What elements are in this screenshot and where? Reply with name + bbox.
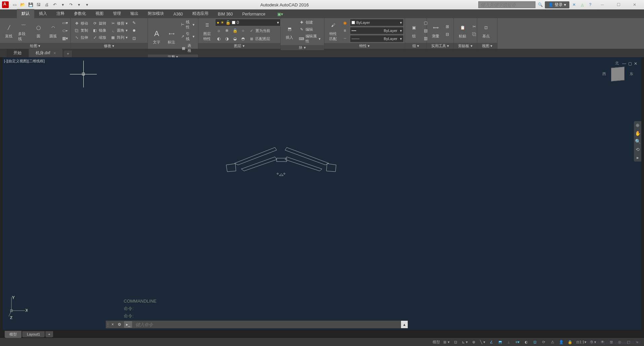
util2-icon[interactable]: ⊟ — [444, 31, 451, 38]
ortho-icon[interactable]: ⊾ ▾ — [460, 339, 469, 345]
fillet-button[interactable]: ◟圆角 ▾ — [109, 27, 129, 34]
copy-button[interactable]: ⿻复制 — [73, 27, 89, 34]
stretch-button[interactable]: ⤡拉伸 — [73, 34, 89, 41]
lt-icon[interactable]: ┈ — [341, 35, 349, 42]
base-button[interactable]: ⊡基点 — [479, 22, 493, 39]
tab-view[interactable]: 视图 — [91, 9, 108, 18]
saveas-icon[interactable]: 🖫 — [35, 1, 42, 8]
command-input[interactable] — [133, 322, 401, 327]
tab-file[interactable]: 机身.dxf × — [29, 49, 63, 57]
new-icon[interactable]: ▭ — [11, 1, 18, 8]
redo-dropdown-icon[interactable]: ▾ — [75, 1, 83, 8]
undo-icon[interactable]: ↶ — [51, 1, 58, 8]
ellipse-icon[interactable]: ⬭▾ — [61, 27, 69, 34]
rect-icon[interactable]: ▭▾ — [61, 19, 69, 27]
explode-icon[interactable]: ✹ — [130, 27, 138, 34]
panel-utilities-title[interactable]: 实用工具 ▾ — [427, 43, 453, 49]
polyline-button[interactable]: 〰多段线 — [17, 19, 30, 42]
trim-button[interactable]: ✂修剪 ▾ — [109, 20, 129, 27]
array-button[interactable]: ▦阵列 ▾ — [109, 34, 129, 41]
layerprops-button[interactable]: ☰图层 特性 — [200, 19, 214, 42]
cmdline-close-icon[interactable]: × — [109, 322, 116, 327]
move-button[interactable]: ✥移动 — [73, 20, 89, 27]
scale-button[interactable]: ⤢缩放 — [91, 34, 108, 41]
panel-properties-title[interactable]: 特性 ▾ — [324, 43, 405, 49]
layeroff-icon[interactable]: ○ — [239, 27, 247, 34]
minimize-button[interactable]: ─ — [595, 0, 610, 9]
hatch-icon[interactable]: ▦▾ — [61, 35, 69, 42]
ucs-icon[interactable]: Y X Z — [7, 296, 28, 320]
open-icon[interactable]: 📂 — [19, 1, 26, 8]
tab-model[interactable]: 模型 — [5, 331, 22, 338]
annoscale-icon[interactable]: ⚖ 1:1 ▾ — [575, 339, 588, 345]
text-button[interactable]: A文字 — [150, 28, 163, 45]
new-tab-button[interactable]: + — [64, 50, 72, 57]
layeriso-icon[interactable]: ☼ — [215, 27, 223, 34]
print-icon[interactable]: 🖨 — [43, 1, 50, 8]
sc-icon[interactable]: ⊡ — [531, 339, 539, 345]
osnap-icon[interactable]: ∠ — [487, 339, 495, 345]
rotate-button[interactable]: ⟳旋转 — [91, 20, 108, 27]
tab-a360[interactable]: A360 — [169, 10, 188, 18]
tab-performance[interactable]: Performance — [238, 10, 270, 18]
add-layout-button[interactable]: + — [45, 331, 53, 337]
layer2-icon[interactable]: ◑ — [223, 35, 231, 42]
search-icon[interactable]: 🔍 — [537, 1, 544, 8]
tab-insert[interactable]: 插入 — [34, 9, 52, 18]
otrack-icon[interactable]: ⟂ — [505, 339, 513, 345]
3dosnap-icon[interactable]: ⬒ — [496, 339, 504, 345]
color-dropdown[interactable]: ByLayer▾ — [350, 19, 404, 26]
annomonitor-icon[interactable]: ⚠ — [549, 339, 557, 345]
panel-block-title[interactable]: 块 ▾ — [281, 45, 324, 50]
close-button[interactable]: ✕ — [627, 0, 642, 9]
isodraft-icon[interactable]: ╲ ▾ — [479, 339, 487, 345]
pan-icon[interactable]: ✋ — [635, 131, 641, 136]
orbit-icon[interactable]: ⟲ — [636, 147, 640, 152]
cmdline-handle[interactable]: ⋮ — [106, 322, 109, 327]
close-tab-icon[interactable]: × — [53, 51, 56, 56]
polar-icon[interactable]: ⊕ — [470, 339, 478, 345]
panel-modify-title[interactable]: 修改 ▾ — [71, 43, 148, 49]
layerfreeze-icon[interactable]: ❄ — [223, 27, 231, 34]
exchange-icon[interactable]: ✕ — [571, 1, 577, 8]
autocad-logo[interactable] — [2, 1, 9, 8]
circle-button[interactable]: ◯圆 — [32, 22, 45, 39]
line-button[interactable]: ╱直线 — [2, 22, 15, 39]
fullnav-icon[interactable]: ⊕ — [636, 123, 640, 128]
lwt-icon[interactable]: ≡▾ — [514, 339, 522, 345]
layer-dropdown[interactable]: ● ☀ 🔓 0 ▾ — [215, 19, 281, 26]
cmdline-options-icon[interactable]: ⚙ — [116, 322, 123, 327]
help-search-input[interactable] — [478, 1, 535, 8]
qat-dropdown-icon[interactable]: ▾ — [83, 1, 91, 8]
cycling-icon[interactable]: ⟳ — [540, 339, 548, 345]
vp-close-icon[interactable]: ✕ — [634, 61, 637, 66]
panel-view-title[interactable]: 视图 ▾ — [477, 43, 497, 49]
paste-button[interactable]: 📋粘贴 — [456, 22, 469, 39]
linear-button[interactable]: ⊢线性 ▾ — [179, 19, 196, 30]
viewcube[interactable]: 北 西 东 — [604, 61, 631, 88]
undo-dropdown-icon[interactable]: ▾ — [59, 1, 67, 8]
panel-draw-title[interactable]: 绘图 ▾ — [0, 43, 70, 49]
panel-clipboard-title[interactable]: 剪贴板 ▾ — [454, 43, 477, 49]
showmotion-icon[interactable]: ▸ — [637, 155, 639, 160]
tab-start[interactable]: 开始 — [7, 49, 28, 57]
edit-button[interactable]: ✎编辑 — [297, 26, 322, 33]
tab-bim360[interactable]: BIM 360 — [213, 10, 238, 18]
drawing-canvas[interactable]: [-][自定义视图][二维线框] — ▢ ✕ Y X Z 北 — [3, 57, 641, 330]
color-icon[interactable]: ◉ — [341, 19, 349, 27]
erase-icon[interactable]: ✎ — [130, 19, 138, 27]
panel-groups-title[interactable]: 组 ▾ — [405, 43, 427, 49]
maximize-button[interactable]: ☐ — [611, 0, 626, 9]
tab-featured[interactable]: 精选应用 — [188, 9, 213, 18]
leader-button[interactable]: ↗引线 ▾ — [179, 31, 196, 42]
help-icon[interactable]: ? — [587, 1, 594, 8]
transparency-icon[interactable]: ◐ — [522, 339, 530, 345]
tab-default[interactable]: 默认 — [17, 9, 34, 18]
arc-button[interactable]: ◠圆弧 — [46, 22, 60, 39]
offset-icon[interactable]: ⊡ — [130, 35, 138, 42]
tab-annotate[interactable]: 注释 — [52, 9, 69, 18]
ribbon-minimize-icon[interactable]: ▣▾ — [273, 10, 288, 18]
grid-icon[interactable]: ⊞ ▾ — [442, 339, 451, 345]
panel-layers-title[interactable]: 图层 ▾ — [198, 43, 280, 49]
table-button[interactable]: ▦表格 — [179, 42, 196, 54]
